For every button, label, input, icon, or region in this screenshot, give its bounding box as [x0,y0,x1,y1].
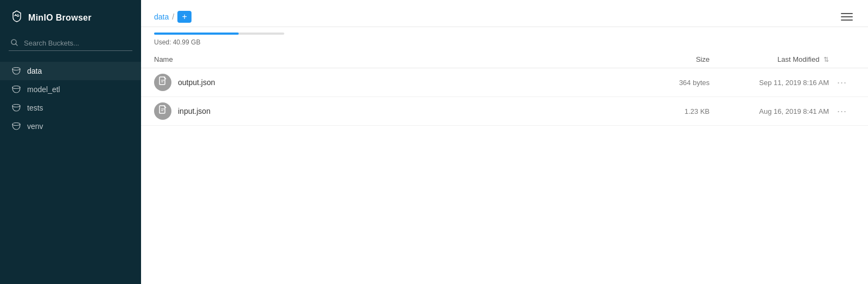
sidebar-item-model_etl[interactable]: model_etl [0,80,141,99]
file-table: Name Size Last Modified ⇅ output.json 36… [141,51,868,284]
svg-rect-11 [159,106,165,113]
app-title: MinIO Browser [28,13,92,23]
storage-track [154,33,284,35]
svg-rect-8 [159,77,165,85]
svg-point-1 [17,14,18,15]
svg-point-0 [15,14,16,15]
file-icon-wrap [154,74,171,91]
file-name: input.json [178,107,644,115]
svg-point-7 [12,122,20,125]
bucket-icon [11,104,22,112]
hamburger-line-2 [841,16,853,17]
sidebar: MinIO Browser data model_etl [0,0,141,284]
file-document-icon [158,105,167,117]
bucket-icon [11,122,22,131]
breadcrumb: data / + [154,11,192,23]
sidebar-header: MinIO Browser [0,0,141,36]
sidebar-item-label: data [27,67,42,75]
storage-label: Used: 40.99 GB [154,38,200,46]
file-menu-button[interactable]: ··· [829,77,855,88]
table-row[interactable]: input.json 1.23 KB Aug 16, 2019 8:41 AM … [141,97,868,126]
col-size-header: Size [644,55,720,63]
sidebar-item-tests[interactable]: tests [0,99,141,117]
svg-point-5 [12,86,20,88]
sidebar-item-label: tests [27,104,43,112]
main-content: data / + Used: 40.99 GB Name Size Last M… [141,0,868,284]
storage-fill [154,33,239,35]
bucket-icon [11,67,22,75]
col-name-header: Name [154,55,644,63]
sidebar-item-data[interactable]: data [0,62,141,80]
file-rows: output.json 364 bytes Sep 11, 2019 8:16 … [141,68,868,126]
bucket-icon [11,85,22,94]
svg-line-3 [16,44,17,46]
file-menu-button[interactable]: ··· [829,106,855,117]
breadcrumb-bucket[interactable]: data [154,12,169,21]
logo-icon [11,10,23,26]
col-modified-header[interactable]: Last Modified ⇅ [720,55,829,63]
file-document-icon [158,76,167,88]
sort-icon: ⇅ [824,56,829,63]
col-modified-label: Last Modified [777,55,819,63]
file-icon-wrap [154,102,171,120]
breadcrumb-separator: / [172,12,174,21]
top-bar: data / + [141,0,868,27]
search-icon [11,39,18,48]
search-buckets[interactable] [9,36,132,51]
file-size: 1.23 KB [644,107,720,115]
hamburger-menu-button[interactable] [839,11,855,23]
storage-bar: Used: 40.99 GB [141,27,868,51]
search-input[interactable] [9,36,132,51]
table-row[interactable]: output.json 364 bytes Sep 11, 2019 8:16 … [141,68,868,97]
sidebar-item-venv[interactable]: venv [0,117,141,135]
svg-point-4 [12,67,20,70]
svg-point-6 [12,104,20,107]
hamburger-line-3 [841,20,853,21]
file-size: 364 bytes [644,79,720,87]
file-modified: Aug 16, 2019 8:41 AM [720,107,829,115]
add-folder-button[interactable]: + [177,11,192,23]
table-header: Name Size Last Modified ⇅ [141,51,868,68]
bucket-list: data model_etl tests venv [0,57,141,284]
file-modified: Sep 11, 2019 8:16 AM [720,79,829,87]
hamburger-line-1 [841,13,853,14]
sidebar-item-label: venv [27,122,43,131]
file-name: output.json [178,78,644,87]
sidebar-item-label: model_etl [27,85,60,94]
